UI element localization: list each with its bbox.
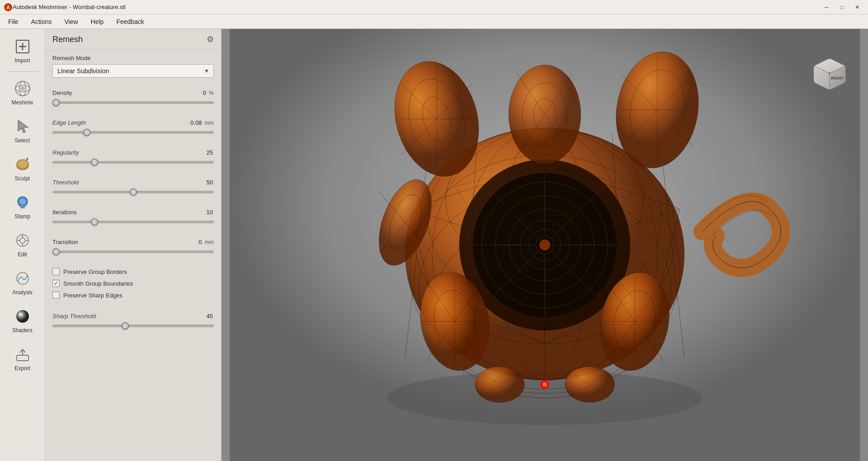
sidebar-item-select[interactable]: Select bbox=[5, 113, 41, 149]
regularity-slider[interactable] bbox=[52, 161, 214, 164]
sidebar-item-analysis[interactable]: Analysis bbox=[5, 264, 41, 301]
menubar: File Actions View Help Feedback bbox=[0, 14, 868, 29]
preserve-group-borders-checkbox[interactable] bbox=[52, 268, 60, 275]
panel-header: Remesh ⚙ bbox=[45, 29, 221, 50]
density-section: Density 0 % bbox=[45, 82, 221, 112]
menu-view[interactable]: View bbox=[58, 16, 84, 27]
svg-marker-9 bbox=[18, 120, 28, 133]
transition-value: 0 bbox=[198, 239, 202, 245]
smooth-group-boundaries-checkbox[interactable] bbox=[52, 280, 60, 287]
threshold-slider[interactable] bbox=[52, 191, 214, 193]
sculpt-icon bbox=[14, 155, 32, 174]
remesh-mode-label: Remesh Mode bbox=[52, 55, 214, 61]
regularity-section: Regularity 25 bbox=[45, 142, 221, 172]
svg-point-147 bbox=[829, 57, 830, 59]
import-label: Import bbox=[14, 57, 30, 64]
density-label: Density bbox=[52, 89, 72, 96]
iterations-section: Iterations 10 bbox=[45, 202, 221, 231]
sidebar: Import Meshmix Select bbox=[0, 29, 45, 461]
transition-slider[interactable] bbox=[52, 250, 214, 253]
svg-point-13 bbox=[19, 198, 26, 205]
svg-rect-14 bbox=[20, 206, 25, 208]
menu-feedback[interactable]: Feedback bbox=[110, 16, 150, 27]
remesh-panel: Remesh ⚙ Remesh Mode Linear Subdivision … bbox=[45, 29, 222, 461]
edit-label: Edit bbox=[18, 251, 27, 258]
remesh-mode-select[interactable]: Linear Subdivision Adaptive Sharp Preser… bbox=[52, 64, 214, 78]
stamp-label: Stamp bbox=[14, 213, 30, 220]
select-icon bbox=[14, 118, 32, 136]
regularity-value: 25 bbox=[207, 149, 213, 156]
sharp-threshold-row: Sharp Threshold 45 bbox=[52, 312, 214, 320]
import-icon bbox=[14, 38, 32, 56]
edge-length-unit: mm bbox=[205, 120, 214, 126]
sidebar-item-import[interactable]: Import bbox=[5, 33, 41, 69]
sidebar-divider-1 bbox=[7, 71, 38, 72]
svg-point-8 bbox=[20, 86, 25, 91]
edge-length-slider[interactable] bbox=[52, 131, 214, 134]
transition-unit: mm bbox=[205, 239, 214, 245]
regularity-label: Regularity bbox=[52, 149, 79, 156]
edge-length-section: Edge Length 0.08 mm bbox=[45, 112, 221, 142]
settings-button[interactable]: ⚙ bbox=[207, 34, 214, 44]
sidebar-item-meshmix[interactable]: Meshmix bbox=[5, 75, 41, 111]
meshmix-label: Meshmix bbox=[11, 99, 33, 106]
density-unit: % bbox=[209, 90, 214, 96]
iterations-value: 10 bbox=[207, 209, 213, 216]
iterations-row: Iterations 10 bbox=[52, 208, 214, 216]
menu-file[interactable]: File bbox=[2, 16, 25, 27]
menu-help[interactable]: Help bbox=[85, 16, 110, 27]
minimize-button[interactable]: ─ bbox=[819, 2, 834, 12]
remesh-mode-dropdown-container: Linear Subdivision Adaptive Sharp Preser… bbox=[52, 64, 214, 78]
threshold-value: 50 bbox=[207, 179, 213, 186]
threshold-label: Threshold bbox=[52, 179, 79, 186]
window-controls: ─ □ ✕ bbox=[819, 2, 864, 12]
svg-point-151 bbox=[829, 89, 830, 91]
preserve-sharp-edges-row: Preserve Sharp Edges bbox=[52, 289, 214, 301]
main-layout: Import Meshmix Select bbox=[0, 29, 868, 461]
svg-text:RIGHT: RIGHT bbox=[831, 76, 844, 80]
sharp-threshold-section: Sharp Threshold 45 bbox=[45, 306, 221, 335]
shaders-icon bbox=[14, 307, 32, 325]
preserve-group-borders-row: Preserve Group Borders bbox=[52, 266, 214, 278]
svg-point-22 bbox=[16, 310, 29, 323]
orientation-cube[interactable]: RIGHT bbox=[809, 56, 850, 97]
viewport[interactable]: RIGHT bbox=[222, 29, 868, 461]
iterations-slider[interactable] bbox=[52, 221, 214, 223]
svg-point-11 bbox=[17, 160, 28, 169]
svg-point-16 bbox=[20, 238, 25, 243]
maximize-button[interactable]: □ bbox=[835, 2, 849, 12]
stamp-icon bbox=[14, 193, 32, 212]
sidebar-item-edit[interactable]: Edit bbox=[5, 226, 41, 263]
edge-length-row: Edge Length 0.08 mm bbox=[52, 118, 214, 127]
sculpt-label: Sculpt bbox=[15, 175, 30, 182]
sidebar-item-export[interactable]: Export bbox=[5, 340, 41, 376]
sharp-threshold-slider[interactable] bbox=[52, 325, 214, 327]
sidebar-item-stamp[interactable]: Stamp bbox=[5, 188, 41, 225]
export-label: Export bbox=[14, 365, 30, 372]
density-value: 0 bbox=[203, 89, 206, 96]
checkboxes-section: Preserve Group Borders Smooth Group Boun… bbox=[45, 261, 221, 306]
smooth-group-boundaries-label: Smooth Group Boundaries bbox=[63, 280, 133, 287]
svg-point-142 bbox=[542, 382, 547, 387]
app-icon: A bbox=[4, 3, 13, 12]
svg-point-152 bbox=[813, 81, 815, 83]
panel-title: Remesh bbox=[52, 35, 83, 44]
sidebar-item-shaders[interactable]: Shaders bbox=[5, 302, 41, 339]
export-icon bbox=[14, 345, 32, 363]
iterations-label: Iterations bbox=[52, 209, 76, 216]
svg-text:A: A bbox=[6, 5, 9, 10]
preserve-sharp-edges-checkbox[interactable] bbox=[52, 292, 60, 299]
svg-point-148 bbox=[844, 65, 846, 67]
titlebar: A Autodesk Meshmixer - Wombat-creature.s… bbox=[0, 0, 868, 14]
density-slider[interactable] bbox=[52, 101, 214, 104]
close-button[interactable]: ✕ bbox=[850, 2, 864, 12]
svg-point-80 bbox=[539, 240, 550, 250]
sharp-threshold-label: Sharp Threshold bbox=[52, 313, 96, 320]
menu-actions[interactable]: Actions bbox=[25, 16, 58, 27]
transition-section: Transition 0 mm bbox=[45, 231, 221, 261]
sidebar-item-sculpt[interactable]: Sculpt bbox=[5, 151, 41, 187]
preserve-group-borders-label: Preserve Group Borders bbox=[63, 268, 127, 275]
preserve-sharp-edges-label: Preserve Sharp Edges bbox=[63, 292, 123, 299]
threshold-section: Threshold 50 bbox=[45, 172, 221, 202]
edge-length-value: 0.08 bbox=[190, 119, 202, 126]
